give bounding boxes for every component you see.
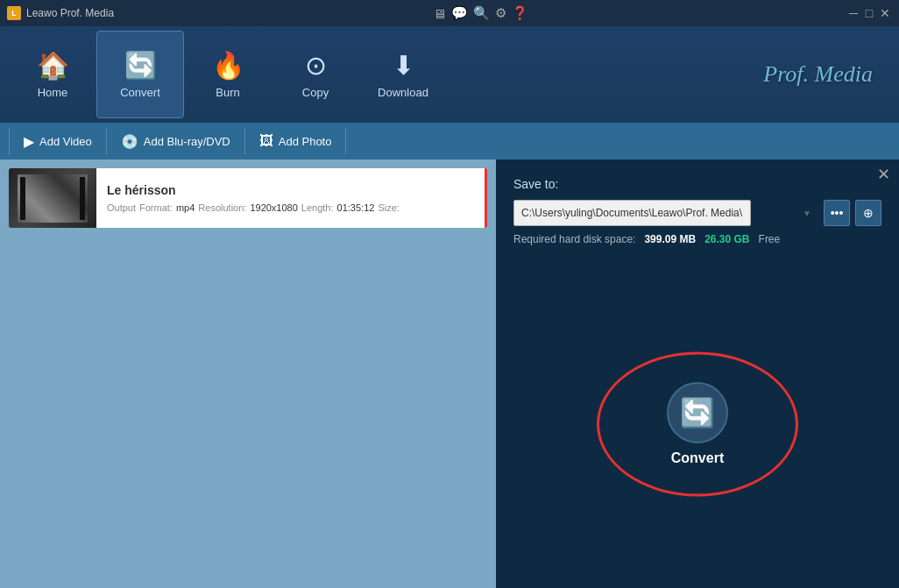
nav-download[interactable]: ⬇ Download	[359, 31, 447, 118]
convert-btn-circle: 🔄	[667, 382, 728, 443]
add-bluray-label: Add Blu-ray/DVD	[144, 135, 230, 148]
length-label: Length:	[301, 202, 334, 213]
resolution-value: 1920x1080	[250, 202, 297, 213]
left-panel: Le hérisson Output Format: mp4 Resolutio…	[0, 159, 496, 588]
path-select-wrapper: C:\Users\yuling\Documents\Leawo\Prof. Me…	[513, 200, 818, 226]
help-icon: ❓	[512, 5, 528, 21]
save-row: C:\Users\yuling\Documents\Leawo\Prof. Me…	[513, 200, 881, 226]
download-icon: ⬇	[393, 50, 414, 81]
add-photo-label: Add Photo	[279, 135, 332, 148]
open-folder-button[interactable]: ⊕	[855, 200, 881, 226]
video-output: Output Format: mp4 Resolution: 1920x1080…	[107, 202, 474, 213]
convert-label: Convert	[671, 450, 724, 466]
sys-icons: 🖥 💬 🔍 ⚙ ❓	[433, 5, 528, 21]
gear-icon: ⚙	[495, 5, 506, 21]
close-button[interactable]: ✕	[878, 6, 892, 20]
nav-copy-label: Copy	[302, 86, 329, 99]
red-bar	[485, 168, 487, 228]
convert-area: 🔄 Convert	[496, 259, 899, 588]
add-bar: ▶ Add Video 💿 Add Blu-ray/DVD 🖼 Add Phot…	[0, 123, 899, 159]
title-bar: L Leawo Prof. Media 🖥 💬 🔍 ⚙ ❓ ─ □ ✕	[0, 0, 899, 26]
output-label: Output	[107, 202, 136, 213]
nav-home-label: Home	[38, 86, 68, 99]
disk-free-label: Free	[759, 233, 781, 245]
toolbar-nav: 🏠 Home 🔄 Convert 🔥 Burn ⊙ Copy ⬇ Downloa…	[9, 31, 447, 118]
nav-burn[interactable]: 🔥 Burn	[184, 31, 272, 118]
brand-logo: Prof. Media	[763, 61, 890, 88]
add-video-label: Add Video	[39, 135, 92, 148]
disk-free: 26.30 GB	[704, 233, 749, 245]
add-bluray-icon: 💿	[121, 133, 138, 150]
disk-space-label: Required hard disk space:	[513, 233, 635, 245]
chat-icon: 💬	[451, 5, 468, 21]
title-bar-left: L Leawo Prof. Media	[7, 6, 114, 20]
right-panel: ✕ Save to: C:\Users\yuling\Documents\Lea…	[496, 159, 899, 588]
browse-button[interactable]: •••	[824, 200, 850, 226]
panel-close-button[interactable]: ✕	[877, 166, 890, 182]
video-thumbnail	[9, 168, 96, 228]
add-video-button[interactable]: ▶ Add Video	[9, 128, 107, 155]
monitor-icon: 🖥	[433, 6, 446, 21]
nav-burn-label: Burn	[216, 86, 239, 99]
video-info: Le hérisson Output Format: mp4 Resolutio…	[96, 176, 485, 220]
video-title: Le hérisson	[107, 183, 474, 197]
convert-icon: 🔄	[124, 50, 157, 81]
thumbnail-inner	[9, 168, 96, 228]
add-bluray-button[interactable]: 💿 Add Blu-ray/DVD	[107, 128, 245, 155]
nav-copy[interactable]: ⊙ Copy	[272, 31, 359, 118]
app-title: Leawo Prof. Media	[26, 7, 114, 19]
format-value: mp4	[176, 202, 195, 213]
header-toolbar: 🏠 Home 🔄 Convert 🔥 Burn ⊙ Copy ⬇ Downloa…	[0, 26, 899, 123]
resolution-label: Resolution:	[198, 202, 246, 213]
nav-home[interactable]: 🏠 Home	[9, 31, 96, 118]
burn-icon: 🔥	[212, 50, 244, 81]
convert-button[interactable]: 🔄 Convert	[667, 382, 728, 466]
add-photo-icon: 🖼	[259, 133, 273, 149]
disk-size: 399.09 MB	[644, 233, 696, 245]
nav-download-label: Download	[378, 86, 428, 99]
app-logo: L	[7, 6, 21, 20]
save-path-select[interactable]: C:\Users\yuling\Documents\Leawo\Prof. Me…	[513, 200, 751, 226]
disk-info: Required hard disk space: 399.09 MB 26.3…	[513, 233, 881, 245]
home-icon: 🏠	[37, 50, 69, 81]
convert-refresh-icon: 🔄	[680, 396, 715, 429]
window-controls[interactable]: ─ □ ✕	[846, 6, 892, 20]
add-photo-button[interactable]: 🖼 Add Photo	[245, 128, 347, 154]
nav-convert-label: Convert	[120, 86, 160, 99]
main-content: Le hérisson Output Format: mp4 Resolutio…	[0, 159, 899, 588]
video-item[interactable]: Le hérisson Output Format: mp4 Resolutio…	[9, 168, 487, 228]
size-label: Size:	[378, 202, 399, 213]
length-value: 01:35:12	[337, 202, 375, 213]
minimize-button[interactable]: ─	[846, 6, 860, 20]
save-to-label: Save to:	[513, 177, 881, 191]
add-video-icon: ▶	[24, 133, 34, 150]
maximize-button[interactable]: □	[862, 6, 876, 20]
format-label: Format:	[139, 202, 173, 213]
search-icon: 🔍	[473, 5, 490, 21]
copy-icon: ⊙	[305, 50, 327, 81]
film-strip	[18, 174, 88, 223]
save-section: Save to: C:\Users\yuling\Documents\Leawo…	[496, 159, 899, 259]
nav-convert[interactable]: 🔄 Convert	[96, 31, 184, 118]
